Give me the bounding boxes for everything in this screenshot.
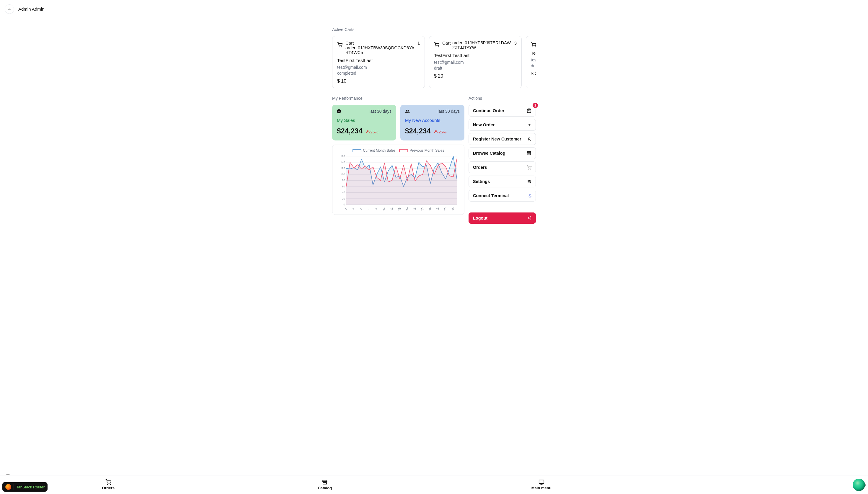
metric-title: My New Accounts	[405, 118, 460, 123]
svg-text:100: 100	[340, 173, 345, 176]
svg-text:0: 0	[343, 203, 345, 206]
svg-point-5	[535, 46, 535, 47]
cart-label: Cart	[345, 40, 415, 45]
metric-card-accounts[interactable]: last 30 days My New Accounts $24,234 -25…	[400, 105, 465, 140]
cart-item-count: 1	[417, 40, 420, 45]
top-bar: A Admin Admin	[0, 0, 868, 18]
cart-amount: $ 2	[531, 71, 536, 76]
actions-heading: Actions	[469, 96, 536, 101]
svg-text:80: 80	[342, 178, 345, 182]
cart-amount: $ 20	[434, 74, 517, 79]
settings-button[interactable]: Settings	[469, 176, 536, 187]
metric-value: $24,234	[337, 127, 362, 135]
people-icon	[405, 109, 410, 114]
cart-status: draft	[434, 66, 517, 71]
active-carts-row: Cart order_01JHXFBW30SQDGCKD6YART4WC5 1 …	[332, 36, 536, 88]
svg-text:5: 5	[360, 207, 362, 211]
svg-text:1: 1	[344, 207, 347, 210]
svg-text:160: 160	[340, 154, 345, 157]
metric-delta: -25%	[365, 130, 378, 134]
stripe-icon: S	[528, 193, 531, 198]
cart-card[interactable]: Cart order_01JHXFBW30SQDGCKD6YART4WC5 1 …	[332, 36, 425, 88]
svg-point-1	[341, 46, 342, 47]
cart-card[interactable]: Te tes dra $ 2	[526, 36, 536, 88]
svg-text:19: 19	[412, 207, 417, 211]
avatar[interactable]: A	[5, 4, 14, 14]
svg-text:23: 23	[428, 207, 432, 211]
register-customer-button[interactable]: Register New Customer	[469, 133, 536, 145]
logout-button[interactable]: Logout	[469, 212, 536, 224]
svg-point-43	[528, 181, 529, 182]
chart-canvas: 0204060801001201401601357911131517192123…	[338, 154, 459, 213]
cart-status: completed	[337, 71, 420, 76]
connect-terminal-button[interactable]: Connect Terminal S	[469, 190, 536, 202]
legend-current: Current Month Sales	[353, 148, 396, 153]
svg-text:7: 7	[367, 207, 370, 211]
cart-customer-email: test@gmail.com	[434, 60, 517, 64]
svg-text:21: 21	[420, 207, 424, 211]
dollar-icon: $	[337, 109, 341, 113]
logout-icon	[527, 216, 531, 221]
continue-order-button[interactable]: Continue Order 1	[469, 105, 536, 117]
svg-point-0	[339, 46, 340, 47]
cart-customer-name: TestFirst TestLast	[337, 58, 420, 63]
cart-item-count: 3	[514, 40, 517, 45]
browse-catalog-button[interactable]: Browse Catalog	[469, 147, 536, 159]
svg-text:60: 60	[342, 185, 345, 188]
store-icon	[527, 151, 531, 155]
sliders-icon	[527, 179, 531, 184]
svg-text:15: 15	[397, 207, 402, 211]
my-performance-heading: My Performance	[332, 96, 465, 101]
svg-text:9: 9	[375, 207, 378, 210]
cart-icon	[434, 42, 439, 48]
svg-text:13: 13	[390, 207, 394, 211]
new-order-button[interactable]: New Order	[469, 119, 536, 131]
metric-card-sales[interactable]: $ last 30 days My Sales $24,234 -25%	[332, 105, 396, 140]
cart-id: order_01JHXFBW30SQDGCKD6YART4WC5	[345, 45, 415, 55]
svg-text:40: 40	[342, 191, 345, 194]
avatar-initial: A	[8, 7, 11, 11]
cart-customer-email: tes	[531, 58, 536, 62]
metric-value: $24,234	[405, 127, 431, 135]
svg-point-4	[533, 46, 533, 47]
svg-text:29: 29	[451, 207, 455, 211]
cart-label: Cart	[442, 40, 451, 50]
active-carts-heading: Active Carts	[332, 27, 536, 32]
cart-card[interactable]: Cart order_01JHYP5PJ97ER1DAW2ZTJJTAYW 3 …	[429, 36, 522, 88]
svg-point-44	[530, 183, 531, 183]
svg-point-3	[438, 46, 439, 47]
cart-customer-name: TestFirst TestLast	[434, 53, 517, 58]
svg-point-2	[436, 46, 436, 47]
plus-icon	[527, 123, 531, 127]
svg-point-39	[528, 137, 530, 139]
svg-text:25: 25	[435, 207, 440, 211]
cart-id: order_01JHYP5PJ97ER1DAW2ZTJJTAYW	[452, 40, 511, 50]
metric-period: last 30 days	[437, 109, 460, 114]
metric-period: last 30 days	[369, 109, 392, 114]
bag-icon	[527, 108, 531, 113]
legend-previous: Previous Month Sales	[399, 148, 444, 153]
cart-icon	[527, 165, 531, 170]
metric-title: My Sales	[337, 118, 392, 123]
username: Admin Admin	[18, 6, 44, 12]
metric-delta: -25%	[434, 130, 447, 134]
svg-text:11: 11	[382, 207, 386, 211]
cart-icon	[531, 42, 536, 48]
svg-text:120: 120	[340, 167, 345, 170]
svg-text:20: 20	[342, 197, 345, 200]
cart-customer-email: test@gmail.com	[337, 65, 420, 70]
cart-status: dra	[531, 63, 536, 68]
divider	[469, 206, 536, 206]
svg-text:3: 3	[352, 207, 355, 210]
svg-point-42	[529, 180, 530, 181]
svg-text:140: 140	[340, 160, 345, 164]
person-icon	[527, 137, 531, 141]
svg-text:17: 17	[405, 207, 410, 211]
orders-button[interactable]: Orders	[469, 162, 536, 173]
svg-text:27: 27	[443, 207, 447, 211]
cart-amount: $ 10	[337, 78, 420, 84]
sales-chart: Current Month Sales Previous Month Sales…	[332, 145, 465, 215]
cart-icon	[337, 42, 342, 48]
cart-customer-name: Te	[531, 51, 536, 56]
continue-order-badge: 1	[533, 103, 538, 108]
